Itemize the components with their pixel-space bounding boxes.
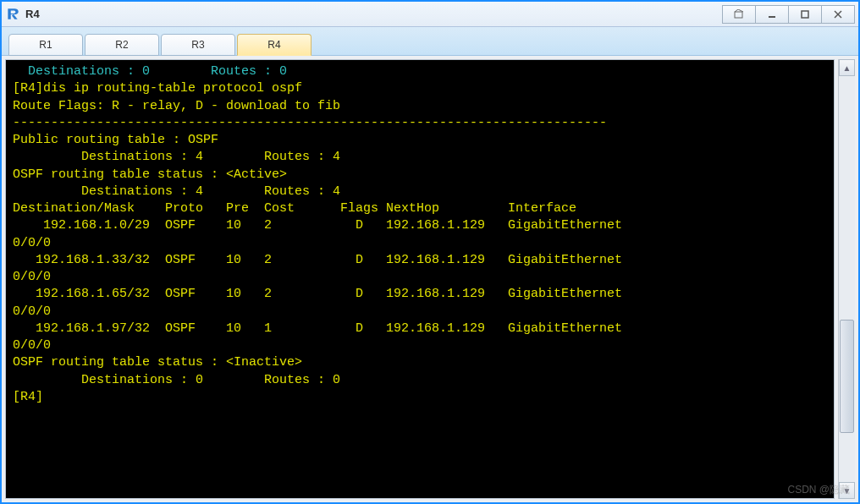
- scroll-down-button[interactable]: ▼: [839, 482, 855, 499]
- terminal-line: 192.168.1.33/32 OSPF 10 2 D 192.168.1.12…: [13, 252, 827, 269]
- tab-label: R2: [115, 39, 128, 51]
- terminal-line: Route Flags: R - relay, D - download to …: [13, 98, 827, 115]
- tab-r2[interactable]: R2: [85, 34, 159, 56]
- app-window: R4 R1 R2 R3 R4 Destinations : 0 Routes :…: [0, 0, 860, 504]
- maximize-button[interactable]: [788, 5, 822, 24]
- terminal-line: Destinations : 4 Routes : 4: [13, 149, 827, 166]
- scroll-track[interactable]: [839, 76, 855, 482]
- terminal-line: OSPF routing table status : <Inactive>: [13, 354, 827, 371]
- terminal-line: 0/0/0: [13, 337, 827, 354]
- terminal-line: 0/0/0: [13, 235, 827, 252]
- terminal-line: 192.168.1.0/29 OSPF 10 2 D 192.168.1.129…: [13, 217, 827, 234]
- tab-label: R1: [39, 39, 52, 51]
- terminal-line: Destinations : 4 Routes : 4: [13, 184, 827, 200]
- minimize-button[interactable]: [755, 5, 789, 24]
- svg-rect-2: [802, 11, 808, 18]
- tab-label: R4: [267, 39, 280, 51]
- options-button[interactable]: [722, 5, 756, 24]
- tabbar: R1 R2 R3 R4: [2, 27, 858, 56]
- scrollbar: ▲ ▼: [838, 59, 855, 499]
- window-controls: [723, 5, 855, 24]
- svg-rect-0: [735, 12, 742, 18]
- scroll-up-button[interactable]: ▲: [839, 59, 855, 76]
- terminal-area: Destinations : 0 Routes : 0[R4]dis ip ro…: [2, 56, 858, 502]
- tab-r4[interactable]: R4: [237, 34, 311, 56]
- terminal[interactable]: Destinations : 0 Routes : 0[R4]dis ip ro…: [5, 59, 835, 499]
- app-icon: [5, 7, 20, 22]
- terminal-line: 0/0/0: [13, 304, 827, 320]
- terminal-line: Destinations : 0 Routes : 0: [13, 372, 827, 389]
- titlebar: R4: [2, 2, 858, 27]
- tab-label: R3: [191, 39, 204, 51]
- terminal-line: [R4]dis ip routing-table protocol ospf: [13, 80, 827, 97]
- terminal-line: [R4]: [13, 389, 827, 406]
- terminal-line: OSPF routing table status : <Active>: [13, 167, 827, 184]
- terminal-line: Destination/Mask Proto Pre Cost Flags Ne…: [13, 200, 827, 217]
- tab-r3[interactable]: R3: [161, 34, 235, 56]
- terminal-line: ----------------------------------------…: [13, 115, 827, 132]
- terminal-line: 192.168.1.65/32 OSPF 10 2 D 192.168.1.12…: [13, 286, 827, 303]
- window-title: R4: [25, 8, 723, 20]
- scroll-thumb[interactable]: [840, 320, 854, 433]
- tab-r1[interactable]: R1: [8, 34, 83, 56]
- close-button[interactable]: [821, 5, 855, 24]
- terminal-line: Destinations : 0 Routes : 0: [13, 63, 827, 80]
- terminal-line: Public routing table : OSPF: [13, 132, 827, 149]
- terminal-line: 192.168.1.97/32 OSPF 10 1 D 192.168.1.12…: [13, 320, 827, 337]
- terminal-line: 0/0/0: [13, 269, 827, 286]
